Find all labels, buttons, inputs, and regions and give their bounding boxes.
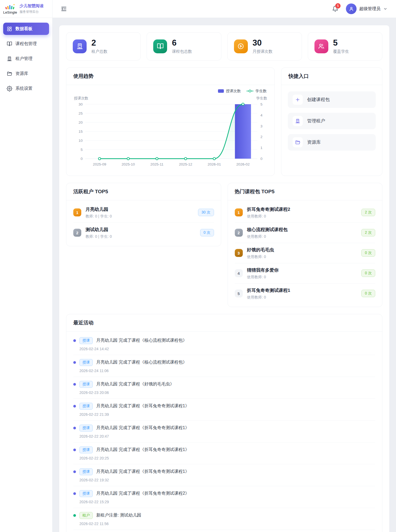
activity-tag: 授课 bbox=[79, 425, 93, 432]
stat-value: 30 bbox=[253, 39, 273, 47]
svg-text:4: 4 bbox=[260, 113, 262, 117]
svg-text:2026-02: 2026-02 bbox=[236, 162, 250, 166]
rank-badge: 2 bbox=[73, 229, 81, 237]
logo-text: LeSingle bbox=[3, 10, 17, 14]
building-icon bbox=[73, 39, 87, 53]
building-icon bbox=[7, 56, 12, 62]
activity-time: 2026-02-22 20:25 bbox=[79, 456, 375, 460]
building-icon bbox=[293, 116, 303, 126]
tenant-row: 1月亮幼儿园教师: 0 | 学生: 030 次 bbox=[73, 203, 214, 223]
item-sub: 使用教师: 0 bbox=[247, 255, 274, 259]
play-circle-icon bbox=[234, 39, 248, 53]
activity-time: 2026-02-24 11:06 bbox=[79, 369, 375, 373]
svg-text:30: 30 bbox=[79, 102, 83, 106]
activity-text: 月亮幼儿园 完成了课程《折耳兔奇奇测试课程1》 bbox=[96, 469, 189, 474]
activity-row: 授课月亮幼儿园 完成了课程《折耳兔奇奇测试课程1》2026-02-22 20:2… bbox=[73, 442, 375, 464]
activity-dot bbox=[73, 361, 76, 364]
svg-text:2026-01: 2026-01 bbox=[208, 162, 221, 166]
item-name: 折耳兔奇奇测试课程2 bbox=[247, 206, 290, 212]
header: 5 超级管理员 bbox=[52, 0, 396, 18]
stat-label: 课程包总数 bbox=[172, 49, 192, 54]
quick-link-create-package[interactable]: 创建课程包 bbox=[288, 91, 376, 108]
stat-label: 租户总数 bbox=[91, 49, 107, 54]
stat-value: 6 bbox=[172, 39, 192, 47]
folder-icon bbox=[7, 71, 12, 76]
activity-tag: 授课 bbox=[79, 381, 93, 388]
activity-line: 授课月亮幼儿园 完成了课程《核心流程测试课程包》 bbox=[73, 359, 375, 366]
item-sub: 使用教师: 0 bbox=[247, 234, 288, 239]
activity-tag: 授课 bbox=[79, 403, 93, 410]
app-root: LeSingle 少儿智慧阅读 服务管理后台 数据看板课程包管理租户管理资源库系… bbox=[0, 0, 396, 532]
activity-line: 授课月亮幼儿园 完成了课程《折耳兔奇奇测试课程1》 bbox=[73, 425, 375, 432]
user-name: 超级管理员 bbox=[359, 6, 381, 12]
active-tenants-title: 活跃租户 TOP5 bbox=[66, 183, 221, 200]
svg-text:学生数: 学生数 bbox=[256, 96, 267, 100]
logo-bars-icon bbox=[5, 3, 15, 10]
count-badge: 0 次 bbox=[361, 269, 375, 277]
activity-text: 新租户注册: 测试幼儿园 bbox=[96, 513, 141, 518]
sidebar-item-resources[interactable]: 资源库 bbox=[3, 67, 49, 80]
svg-text:2025-09: 2025-09 bbox=[93, 162, 106, 166]
avatar bbox=[346, 3, 357, 14]
quick-entry-title: 快捷入口 bbox=[281, 68, 382, 85]
usage-trend-chart: 授课次数学生数0510152025300123452025-092025-102… bbox=[73, 94, 268, 171]
sidebar-item-settings[interactable]: 系统设置 bbox=[3, 82, 49, 95]
item-sub: 使用教师: 0 bbox=[247, 295, 290, 300]
quick-entry-card: 快捷入口 创建课程包管理租户资源库 bbox=[281, 67, 382, 176]
activity-tag: 授课 bbox=[79, 446, 93, 453]
svg-text:2025-10: 2025-10 bbox=[122, 162, 135, 166]
count-badge: 0 次 bbox=[200, 229, 214, 236]
stat-label: 覆盖学生 bbox=[333, 49, 349, 54]
activity-row: 授课月亮幼儿园 完成了课程《折耳兔奇奇测试课程2》2026-02-22 15:2… bbox=[73, 486, 375, 508]
package-row: 2核心流程测试课程包使用教师: 02 次 bbox=[235, 223, 375, 243]
quick-link-resource-library[interactable]: 资源库 bbox=[288, 134, 376, 151]
svg-text:2025-12: 2025-12 bbox=[179, 162, 192, 166]
rank-badge: 5 bbox=[235, 289, 243, 297]
count-badge: 0 次 bbox=[361, 249, 375, 257]
svg-text:0: 0 bbox=[80, 157, 83, 161]
svg-text:10: 10 bbox=[79, 139, 83, 143]
recent-activity-list: 授课月亮幼儿园 完成了课程《核心流程测试课程包》2026-02-24 14:42… bbox=[66, 332, 382, 532]
notification-button[interactable]: 5 bbox=[332, 6, 338, 12]
activity-row: 授课月亮幼儿园 完成了课程《核心流程测试课程包》2026-02-24 11:06 bbox=[73, 355, 375, 377]
sidebar-item-dashboard[interactable]: 数据看板 bbox=[3, 23, 49, 35]
rank-badge: 4 bbox=[235, 269, 243, 277]
sidebar-item-tenants[interactable]: 租户管理 bbox=[3, 53, 49, 65]
activity-text: 月亮幼儿园 完成了课程《核心流程测试课程包》 bbox=[96, 338, 187, 343]
chevron-down-icon bbox=[383, 7, 387, 11]
hot-packages-card: 热门课程包 TOP5 1折耳兔奇奇测试课程2使用教师: 02 次2核心流程测试课… bbox=[228, 183, 383, 307]
header-right: 5 超级管理员 bbox=[332, 3, 387, 14]
activity-line: 授课月亮幼儿园 完成了课程《折耳兔奇奇测试课程2》 bbox=[73, 490, 375, 497]
item-sub: 教师: 0 | 学生: 0 bbox=[86, 234, 112, 239]
quick-link-manage-tenants[interactable]: 管理租户 bbox=[288, 113, 376, 129]
activity-text: 月亮幼儿园 完成了课程《折耳兔奇奇测试课程1》 bbox=[96, 425, 189, 431]
stat-cards-row: 2租户总数6课程包总数30月授课次数5覆盖学生 bbox=[66, 32, 382, 61]
user-menu[interactable]: 超级管理员 bbox=[346, 3, 387, 14]
activity-dot bbox=[73, 470, 76, 473]
sidebar-menu: 数据看板课程包管理租户管理资源库系统设置 bbox=[0, 18, 52, 99]
activity-row: 授课月亮幼儿园 完成了课程《折耳兔奇奇测试课程1》2026-02-22 19:3… bbox=[73, 464, 375, 486]
svg-text:5: 5 bbox=[260, 102, 262, 106]
line-legend-marker-icon bbox=[247, 89, 253, 93]
charts-row: 使用趋势 授课次数学生数 授课次数学生数05101520253001234520… bbox=[66, 67, 382, 176]
sidebar-collapse-button[interactable] bbox=[60, 6, 67, 12]
sidebar-item-course-packages[interactable]: 课程包管理 bbox=[3, 38, 49, 50]
app-subtitle: 服务管理后台 bbox=[19, 10, 43, 14]
svg-text:3: 3 bbox=[260, 124, 262, 128]
svg-text:2: 2 bbox=[260, 135, 262, 139]
activity-tag: 授课 bbox=[79, 337, 93, 344]
quick-link-label: 管理租户 bbox=[307, 118, 325, 124]
stat-texts: 30月授课次数 bbox=[253, 39, 273, 54]
activity-line: 授课月亮幼儿园 完成了课程《好饿的毛毛虫》 bbox=[73, 381, 375, 388]
activity-line: 授课月亮幼儿园 完成了课程《折耳兔奇奇测试课程1》 bbox=[73, 446, 375, 453]
legend-item-sessions[interactable]: 授课次数 bbox=[218, 89, 241, 94]
item-sub: 使用教师: 0 bbox=[247, 275, 279, 280]
dashboard-icon bbox=[7, 26, 12, 32]
activity-line: 授课月亮幼儿园 完成了课程《折耳兔奇奇测试课程1》 bbox=[73, 403, 375, 410]
legend-item-students[interactable]: 学生数 bbox=[247, 89, 266, 94]
book-icon bbox=[7, 41, 12, 47]
activity-time: 2026-02-22 19:32 bbox=[79, 478, 375, 482]
active-tenants-card: 活跃租户 TOP5 1月亮幼儿园教师: 0 | 学生: 030 次2测试幼儿园教… bbox=[66, 183, 221, 246]
stat-label: 月授课次数 bbox=[253, 49, 273, 54]
stat-value: 2 bbox=[91, 39, 107, 47]
